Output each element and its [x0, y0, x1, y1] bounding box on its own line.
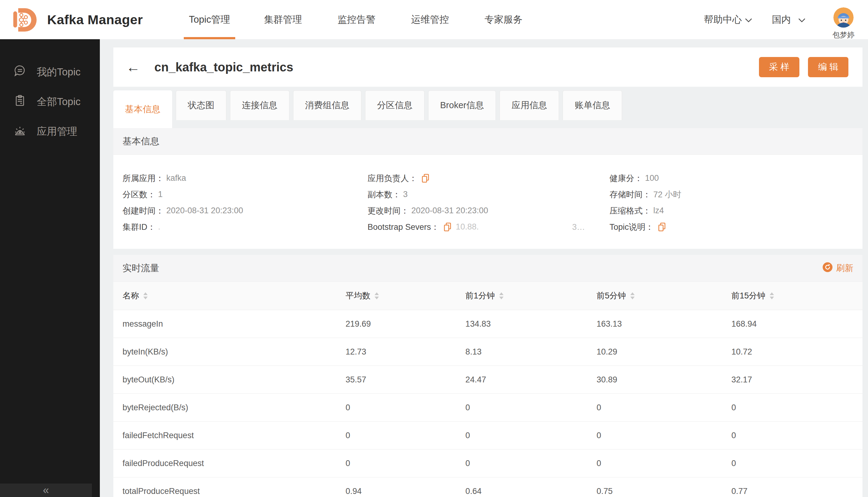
sidebar-item-my-topic[interactable]: 我的Topic	[0, 65, 100, 79]
region-label: 国内	[772, 13, 791, 26]
realtime-traffic-card: 实时流量 刷新 名称 平均数 前1分钟 前5分钟	[113, 255, 863, 497]
sidebar-collapse-button[interactable]: «	[0, 484, 92, 497]
traffic-table: 名称 平均数 前1分钟 前5分钟 前15分钟 messageIn 219.69 …	[113, 282, 863, 497]
field-modify-time: 更改时间： 2020-08-31 20:23:00	[367, 202, 609, 219]
copy-icon[interactable]	[658, 223, 666, 232]
sidebar-item-label: 全部Topic	[37, 95, 81, 109]
sort-caret-icon	[499, 292, 504, 299]
detail-tabs: 基本信息 状态图 连接信息 消费组信息 分区信息 Broker信息 应用信息 账…	[113, 90, 622, 128]
table-header-row: 名称 平均数 前1分钟 前5分钟 前15分钟	[113, 282, 863, 310]
tab-app-info[interactable]: 应用信息	[500, 90, 559, 120]
tab-broker-info[interactable]: Broker信息	[428, 90, 496, 120]
nav-cluster-manage[interactable]: 集群管理	[246, 0, 320, 39]
table-row: byteRejected(B/s) 0 0 0 0	[113, 394, 863, 422]
sort-caret-icon	[143, 292, 148, 299]
sidebar-item-label: 应用管理	[37, 125, 77, 139]
table-row: messageIn 219.69 134.83 163.13 168.94	[113, 310, 863, 338]
sort-header-avg[interactable]: 平均数	[346, 290, 379, 301]
basic-info-section-bar: 基本信息	[113, 128, 863, 155]
main-content: ← cn_kafka_topic_metrics 采 样 编 辑 基本信息 状态…	[100, 39, 868, 497]
section-title: 基本信息	[122, 135, 159, 148]
tab-consumer-group-info[interactable]: 消费组信息	[293, 90, 361, 120]
field-owner-app: 所属应用： kafka	[122, 170, 367, 186]
copy-icon[interactable]	[444, 223, 451, 232]
back-arrow-icon[interactable]: ←	[126, 60, 140, 74]
traffic-section-bar: 实时流量 刷新	[113, 255, 863, 282]
section-title: 实时流量	[122, 262, 159, 274]
table-row: failedProduceRequest 0 0 0 0	[113, 450, 863, 478]
app-logo-icon	[11, 6, 38, 33]
sort-caret-icon	[375, 292, 379, 299]
nav-expert-service[interactable]: 专家服务	[467, 0, 540, 39]
sort-caret-icon	[630, 292, 635, 299]
sort-header-last5min[interactable]: 前5分钟	[597, 290, 635, 301]
tab-status-chart[interactable]: 状态图	[176, 90, 226, 120]
table-row: failedFetchRequest 0 0 0 0	[113, 422, 863, 450]
field-topic-description: Topic说明：	[609, 219, 863, 235]
top-right-controls: 帮助中心 国内 包梦婷	[704, 0, 868, 40]
sort-header-last1min[interactable]: 前1分钟	[465, 290, 504, 301]
table-row: byteOut(KB/s) 35.57 24.47 30.89 32.17	[113, 366, 863, 394]
nav-topic-manage[interactable]: Topic管理	[173, 0, 246, 39]
avatar	[834, 8, 854, 28]
tab-connection-info[interactable]: 连接信息	[230, 90, 289, 120]
sidebar: 我的Topic 全部Topic	[0, 39, 100, 497]
bootstrap-servers-tail: 3…	[572, 222, 585, 232]
table-row: byteIn(KB/s) 12.73 8.13 10.29 10.72	[113, 338, 863, 366]
refresh-button[interactable]: 刷新	[823, 262, 853, 274]
sort-header-name[interactable]: 名称	[122, 290, 148, 301]
siren-icon	[13, 124, 26, 139]
sidebar-item-label: 我的Topic	[37, 65, 81, 79]
nav-monitor-alert[interactable]: 监控告警	[320, 0, 393, 39]
field-retention-time: 存储时间： 72 小时	[609, 186, 863, 202]
chevron-down-icon	[745, 14, 752, 25]
basic-info-card: 基本信息 所属应用： kafka 分区数： 1 创建时间： 2020-08-31…	[113, 128, 863, 249]
field-health-score: 健康分： 100	[609, 170, 863, 186]
chevron-down-icon	[798, 14, 806, 25]
field-app-owner: 应用负责人：	[367, 170, 609, 186]
user-menu[interactable]: 包梦婷	[833, 0, 855, 40]
field-create-time: 创建时间： 2020-08-31 20:23:00	[122, 202, 367, 219]
tab-partition-info[interactable]: 分区信息	[365, 90, 424, 120]
sort-caret-icon	[770, 292, 774, 299]
edit-button[interactable]: 编 辑	[808, 57, 849, 77]
field-partition-count: 分区数： 1	[122, 186, 367, 202]
region-menu[interactable]: 国内	[772, 13, 806, 26]
sidebar-item-all-topic[interactable]: 全部Topic	[0, 95, 100, 109]
top-bar: Kafka Manager Topic管理 集群管理 监控告警 运维管控 专家服…	[0, 0, 868, 39]
sort-header-last15min[interactable]: 前15分钟	[732, 290, 774, 301]
brand: Kafka Manager	[0, 6, 150, 33]
tab-bill-info[interactable]: 账单信息	[563, 90, 622, 120]
table-row: totalProduceRequest 0.94 0.64 0.75 0.77	[113, 478, 863, 497]
chat-bubble-icon	[13, 65, 26, 80]
field-bootstrap-servers: Bootstrap Severs： 10.88. 3…	[367, 219, 609, 235]
nav-ops-control[interactable]: 运维管控	[393, 0, 467, 39]
basic-info-grid: 所属应用： kafka 分区数： 1 创建时间： 2020-08-31 20:2…	[113, 155, 863, 235]
help-center-menu[interactable]: 帮助中心	[704, 13, 752, 26]
refresh-label: 刷新	[836, 262, 853, 274]
clipboard-icon	[13, 94, 26, 109]
username: 包梦婷	[833, 30, 855, 40]
field-replica-count: 副本数： 3	[367, 186, 609, 202]
topic-title-bar: ← cn_kafka_topic_metrics 采 样 编 辑	[113, 47, 863, 87]
top-nav: Topic管理 集群管理 监控告警 运维管控 专家服务	[173, 0, 540, 39]
sidebar-item-app-manage[interactable]: 应用管理	[0, 124, 100, 139]
page-title: cn_kafka_topic_metrics	[154, 60, 293, 74]
field-compression-format: 压缩格式： lz4	[609, 202, 863, 219]
refresh-icon	[823, 262, 833, 274]
help-center-label: 帮助中心	[704, 13, 742, 26]
copy-icon[interactable]	[421, 174, 430, 183]
field-cluster-id: 集群ID： .	[122, 219, 367, 235]
tab-basic-info[interactable]: 基本信息	[113, 90, 172, 128]
app-title: Kafka Manager	[47, 12, 143, 27]
collapse-icon: «	[43, 485, 49, 496]
sample-button[interactable]: 采 样	[759, 57, 799, 77]
